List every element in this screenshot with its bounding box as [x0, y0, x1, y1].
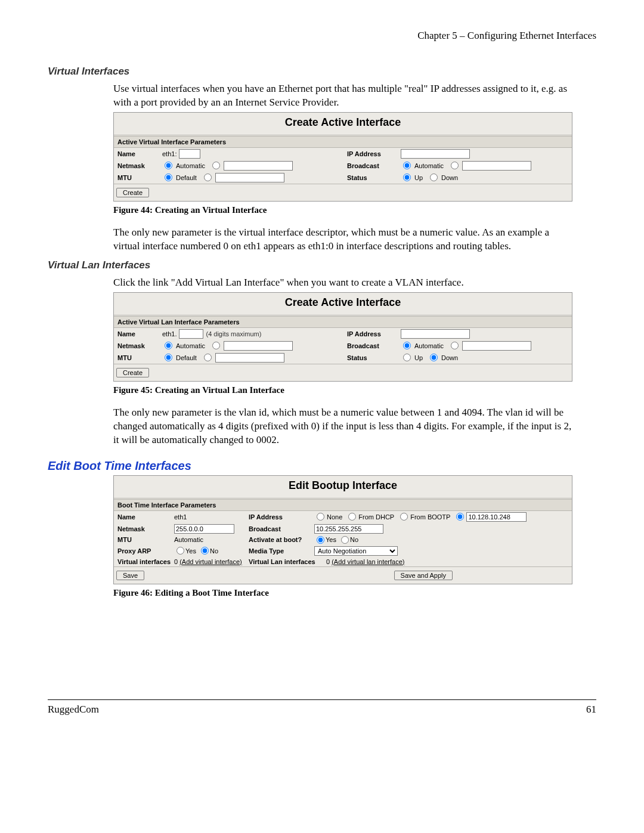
figure-45-screenshot: Create Active Interface Active Virtual L… [113, 292, 572, 382]
ip-dhcp-radio[interactable] [348, 513, 356, 521]
name-value: eth1 [174, 513, 187, 521]
activate-yes-label: Yes [326, 536, 336, 543]
broadcast-auto-radio[interactable] [403, 162, 411, 169]
mtu-manual-radio[interactable] [204, 174, 212, 181]
mtu-value: Automatic [174, 536, 203, 543]
footer-page-number: 61 [586, 704, 596, 716]
proxy-yes-label: Yes [185, 547, 196, 555]
label-activate: Activate at boot? [249, 536, 314, 543]
create-button[interactable]: Create [116, 188, 149, 197]
ip-bootp-label: From BOOTP [410, 513, 450, 521]
name-hint: (4 digits maximum) [206, 330, 261, 337]
ip-none-radio[interactable] [317, 513, 324, 521]
label-mtu: MTU [117, 354, 162, 361]
para-vlan-intro: Click the link "Add Virtual Lan Interfac… [113, 276, 572, 290]
heading-vlan-interfaces: Virtual Lan Interfaces [48, 259, 596, 271]
label-name: Name [117, 513, 174, 521]
netmask-manual-radio[interactable] [212, 342, 220, 349]
para-vint-intro: Use virtual interfaces when you have an … [113, 82, 572, 110]
name-prefix: eth1: [162, 150, 177, 157]
add-virtual-lan-interface-link[interactable]: (Add virtual lan interface) [332, 558, 404, 565]
group-label: Boot Time Interface Parameters [114, 499, 572, 511]
netmask-input[interactable] [224, 341, 293, 351]
heading-virtual-interfaces: Virtual Interfaces [48, 66, 596, 78]
name-input[interactable] [179, 329, 203, 339]
proxy-no-radio[interactable] [201, 547, 209, 555]
label-broadcast: Broadcast [249, 525, 314, 532]
mtu-default-label: Default [176, 174, 197, 181]
broadcast-auto-label: Automatic [414, 342, 444, 349]
figure-44-screenshot: Create Active Interface Active Virtual I… [113, 112, 572, 202]
save-and-apply-button[interactable]: Save and Apply [394, 571, 453, 580]
heading-edit-boot-time: Edit Boot Time Interfaces [48, 459, 596, 473]
broadcast-input[interactable] [314, 524, 383, 534]
media-type-select[interactable]: Auto Negotiation [314, 546, 398, 556]
label-netmask: Netmask [117, 342, 162, 349]
netmask-auto-radio[interactable] [165, 342, 172, 349]
label-media-type: Media Type [249, 547, 314, 555]
netmask-auto-label: Automatic [176, 162, 205, 169]
panel-title: Create Active Interface [114, 113, 572, 135]
status-down-label: Down [441, 354, 458, 361]
activate-yes-radio[interactable] [317, 536, 324, 544]
label-ip: IP Address [347, 330, 401, 337]
chapter-header: Chapter 5 – Configuring Ethernet Interfa… [48, 30, 596, 42]
mtu-input[interactable] [215, 173, 284, 182]
mtu-default-radio[interactable] [165, 354, 172, 361]
broadcast-manual-radio[interactable] [451, 342, 459, 349]
create-button[interactable]: Create [116, 368, 149, 377]
ip-input[interactable] [401, 149, 470, 159]
ip-static-radio[interactable] [456, 513, 464, 521]
proxy-no-label: No [210, 547, 218, 555]
label-status: Status [347, 354, 401, 361]
status-up-radio[interactable] [403, 174, 411, 181]
mtu-default-label: Default [176, 354, 197, 361]
label-ip: IP Address [347, 150, 401, 157]
panel-title: Create Active Interface [114, 293, 572, 315]
para-vlan-desc: The only new parameter is the vlan id, w… [113, 406, 572, 447]
netmask-input[interactable] [224, 161, 293, 171]
status-up-radio[interactable] [403, 354, 411, 361]
para-vint-desc: The only new parameter is the virtual in… [113, 226, 572, 253]
activate-no-radio[interactable] [341, 536, 349, 544]
broadcast-input[interactable] [462, 161, 531, 171]
ip-input[interactable] [401, 329, 470, 339]
footer-brand: RuggedCom [48, 704, 99, 716]
vlan-count: 0 [326, 558, 330, 565]
netmask-input[interactable] [174, 524, 234, 534]
label-netmask: Netmask [117, 525, 174, 532]
save-button[interactable]: Save [116, 571, 144, 580]
panel-title: Edit Bootup Interface [114, 476, 572, 498]
broadcast-input[interactable] [462, 341, 531, 351]
mtu-manual-radio[interactable] [204, 354, 212, 361]
label-ip: IP Address [249, 513, 314, 521]
ip-bootp-radio[interactable] [400, 513, 408, 521]
label-virtual-lan-interfaces: Virtual Lan interfaces [249, 558, 326, 565]
status-down-radio[interactable] [430, 354, 438, 361]
activate-no-label: No [350, 536, 358, 543]
proxy-yes-radio[interactable] [177, 547, 184, 555]
group-label: Active Virtual Lan Interface Parameters [114, 316, 572, 328]
status-down-radio[interactable] [430, 174, 438, 181]
status-up-label: Up [414, 174, 423, 181]
mtu-input[interactable] [215, 353, 284, 363]
figure-44-caption: Figure 44: Creating an Virtual Interface [113, 205, 572, 215]
mtu-default-radio[interactable] [165, 174, 172, 181]
label-netmask: Netmask [117, 162, 162, 169]
label-mtu: MTU [117, 174, 162, 181]
ip-input[interactable] [466, 512, 527, 522]
netmask-auto-radio[interactable] [165, 162, 172, 169]
figure-45-caption: Figure 45: Creating an Virtual Lan Inter… [113, 385, 572, 395]
label-virtual-interfaces: Virtual interfaces [117, 558, 174, 565]
label-proxy-arp: Proxy ARP [117, 547, 174, 555]
broadcast-auto-radio[interactable] [403, 342, 411, 349]
label-name: Name [117, 330, 162, 337]
add-virtual-interface-link[interactable]: (Add virtual interface) [179, 558, 242, 565]
status-up-label: Up [414, 354, 423, 361]
name-input[interactable] [179, 149, 200, 159]
netmask-manual-radio[interactable] [212, 162, 220, 169]
vint-count: 0 [174, 558, 178, 565]
broadcast-auto-label: Automatic [414, 162, 444, 169]
broadcast-manual-radio[interactable] [451, 162, 459, 169]
figure-46-caption: Figure 46: Editing a Boot Time Interface [113, 588, 572, 598]
